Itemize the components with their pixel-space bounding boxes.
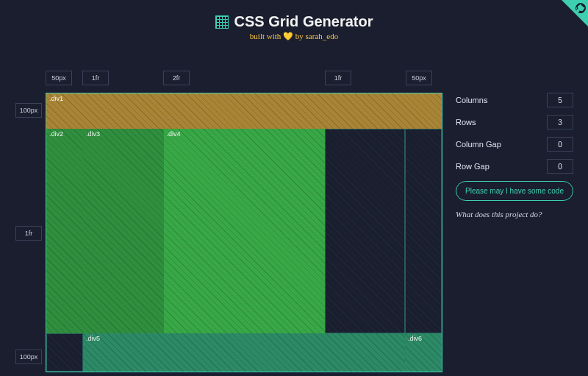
subtitle-prefix: built with <box>250 32 283 40</box>
rows-input[interactable] <box>547 115 573 130</box>
grid-cell[interactable] <box>46 333 83 372</box>
page-title: CSS Grid Generator <box>234 13 373 30</box>
row-gap-input[interactable] <box>547 159 573 174</box>
grid-cell[interactable] <box>325 129 406 333</box>
header: CSS Grid Generator built with 💛 by sarah… <box>0 0 588 41</box>
column-gap-label: Column Gap <box>456 140 501 149</box>
logo-grid-icon <box>215 15 229 29</box>
row-gap-label: Row Gap <box>456 162 490 171</box>
grid-editor: .div1 .div2 .div3 .div4 .div5 .div6 <box>15 68 442 376</box>
columns-label: Columns <box>456 96 487 104</box>
placed-div6[interactable]: .div6 <box>405 333 442 372</box>
author-link[interactable]: by sarah_edo <box>293 32 338 40</box>
help-link[interactable]: What does this project do? <box>456 210 573 219</box>
col-size-input-1[interactable] <box>46 71 72 85</box>
placed-div5-label: .div5 <box>86 335 100 342</box>
work-area: .div1 .div2 .div3 .div4 .div5 .div6 Colu… <box>15 68 573 376</box>
github-corner[interactable] <box>562 0 588 26</box>
row-size-input-2[interactable] <box>15 226 42 241</box>
col-size-input-3[interactable] <box>163 71 190 85</box>
columns-input[interactable] <box>547 93 573 107</box>
rows-label: Rows <box>456 118 476 127</box>
github-icon <box>573 1 588 15</box>
placed-div4[interactable]: .div4 <box>164 129 325 333</box>
placed-div2-label: .div2 <box>49 130 63 138</box>
sidebar: Columns Rows Column Gap Row Gap Please m… <box>456 68 573 376</box>
placed-div1[interactable]: .div1 <box>46 93 442 129</box>
placed-div4-label: .div4 <box>167 130 181 138</box>
placed-div3-label: .div3 <box>86 130 100 138</box>
row-size-input-1[interactable] <box>15 103 42 118</box>
col-size-input-4[interactable] <box>325 71 351 85</box>
col-size-input-2[interactable] <box>82 71 109 85</box>
grid-cell[interactable] <box>405 129 442 333</box>
col-size-input-5[interactable] <box>406 71 432 85</box>
heart-icon: 💛 <box>283 32 293 40</box>
subtitle: built with 💛 by sarah_edo <box>0 32 588 41</box>
row-size-input-3[interactable] <box>15 350 42 364</box>
placed-div3[interactable]: .div3 <box>83 129 164 333</box>
placed-div6-label: .div6 <box>408 335 422 342</box>
placed-div1-label: .div1 <box>49 95 63 102</box>
grid-canvas[interactable]: .div1 .div2 .div3 .div4 .div5 .div6 <box>46 93 442 372</box>
placed-div2[interactable]: .div2 <box>46 129 83 333</box>
column-size-inputs <box>46 68 442 88</box>
placed-div5[interactable]: .div5 <box>83 333 405 372</box>
row-size-inputs <box>15 93 43 376</box>
column-gap-input[interactable] <box>547 137 573 152</box>
generate-code-button[interactable]: Please may I have some code <box>456 181 573 201</box>
